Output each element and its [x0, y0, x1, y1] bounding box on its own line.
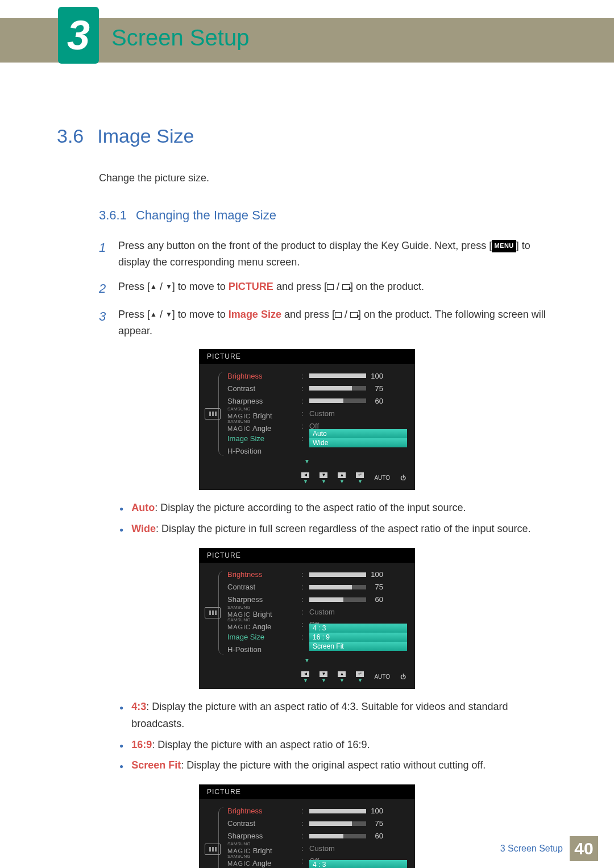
text: ] to move to: [172, 281, 229, 292]
text: ] on the product.: [350, 281, 424, 292]
sel-screenfit: Screen Fit: [309, 642, 407, 651]
chapter-title: Screen Setup: [111, 25, 249, 51]
osd-title: PICTURE: [199, 548, 415, 563]
brightness-value: 100: [366, 372, 383, 380]
bullet-key: Wide: [131, 523, 156, 534]
osd-category-icon: [205, 408, 221, 420]
sharpness-bar: [309, 398, 366, 403]
osd-image-size-selection: AutoWide: [309, 429, 407, 447]
osd-scroll-indicator: ▼: [199, 657, 415, 663]
osd-magic-bright-label: SAMSUNGMAGIC Bright: [227, 407, 301, 420]
steps-list: 1 Press any button on the front of the p…: [99, 238, 557, 339]
step-3: 3 Press [▲ / ▼] to move to Image Size an…: [99, 306, 557, 339]
section-intro: Change the picture size.: [99, 172, 557, 184]
bullet-key: 4:3: [131, 701, 146, 712]
up-triangle-icon: ▲: [150, 309, 157, 320]
target-bold: PICTURE: [229, 281, 273, 292]
sel-auto: Auto: [309, 429, 407, 438]
left-icon: ◄▼: [301, 471, 309, 484]
osd-contrast-label: Contrast: [227, 384, 301, 393]
bullet-text: : Display the picture according to the a…: [155, 502, 466, 513]
step-body: Press any button on the front of the pro…: [118, 238, 557, 271]
down-triangle-icon: ▼: [165, 281, 172, 292]
osd-brightness-label: Brightness: [227, 570, 301, 579]
osd-title: PICTURE: [199, 784, 415, 799]
brightness-value: 100: [366, 570, 383, 579]
text: and press [: [273, 281, 327, 292]
up-icon: ▲▼: [338, 471, 346, 484]
osd-category-icon: [205, 607, 221, 618]
bullet-screenfit: ●Screen Fit: Display the picture with th…: [119, 757, 557, 774]
bullet-text: : Display the picture with an aspect rat…: [152, 739, 370, 750]
osd-contrast-label: Contrast: [227, 583, 301, 591]
osd-hposition-label: H-Position: [227, 645, 301, 654]
sharpness-bar: [309, 597, 366, 602]
down-triangle-icon: ▼: [165, 309, 172, 320]
auto-button: AUTO: [374, 674, 390, 680]
magic-bright-value: Custom: [309, 608, 407, 616]
sel-169: 16 : 9: [309, 633, 407, 642]
sharpness-value: 60: [366, 397, 383, 405]
step-1: 1 Press any button on the front of the p…: [99, 238, 557, 271]
contrast-bar: [309, 821, 366, 826]
osd-sharpness-label: Sharpness: [227, 397, 301, 405]
text: Press any button on the front of the pro…: [118, 240, 492, 251]
enter-icon: [350, 312, 358, 318]
subsection-title: Changing the Image Size: [136, 208, 276, 223]
sharpness-value: 60: [366, 832, 383, 840]
brightness-bar: [309, 572, 366, 577]
sel-wide: Wide: [309, 438, 407, 447]
bullet-list-2: ●4:3: Display the picture with an aspect…: [119, 698, 557, 774]
page-footer: 3 Screen Setup 40: [500, 836, 598, 861]
auto-button: AUTO: [374, 475, 390, 481]
osd-image-size-label: Image Size: [227, 633, 301, 641]
sel-43: 4 : 3: [309, 860, 407, 868]
bullet-text: : Display the picture with the original …: [181, 759, 486, 771]
sel-43: 4 : 3: [309, 624, 407, 633]
osd-footer: ◄▼ ▼▼ ▲▼ ↵▼ AUTO ⏻: [199, 468, 415, 490]
power-icon: ⏻: [400, 475, 406, 481]
contrast-value: 75: [366, 384, 383, 393]
rect-icon: [327, 284, 334, 290]
footer-chapter: 3 Screen Setup: [500, 844, 563, 854]
sharpness-bar: [309, 834, 366, 838]
up-triangle-icon: ▲: [150, 281, 157, 292]
bullet-key: 16:9: [131, 739, 152, 750]
bullet-list-1: ●Auto: Display the picture according to …: [119, 499, 557, 537]
step-body: Press [▲ / ▼] to move to Image Size and …: [118, 306, 557, 339]
magic-bright-value: Custom: [309, 844, 407, 853]
bullet-key: Screen Fit: [131, 759, 181, 771]
osd-brightness-label: Brightness: [227, 807, 301, 815]
text: Press [: [118, 309, 150, 320]
content: 3.6 Image Size Change the picture size. …: [57, 108, 557, 868]
text: Press [: [118, 281, 150, 292]
bullet-text: : Display the picture in full screen reg…: [156, 523, 530, 534]
down-icon: ▼▼: [320, 670, 327, 683]
osd-screenshot-1: PICTURE Brightness:100 Contrast:75 Sharp…: [199, 349, 415, 490]
osd-category-icon: [205, 844, 221, 855]
step-number: 3: [99, 306, 109, 339]
enter-icon: ↵▼: [356, 471, 364, 484]
section-number: 3.6: [57, 125, 84, 147]
osd-footer: ◄▼ ▼▼ ▲▼ ↵▼ AUTO ⏻: [199, 667, 415, 689]
subsection-number: 3.6.1: [99, 208, 127, 223]
brightness-bar: [309, 809, 366, 813]
bullet-text: : Display the picture with an aspect rat…: [131, 701, 508, 730]
bullet-auto: ●Auto: Display the picture according to …: [119, 499, 557, 517]
left-icon: ◄▼: [301, 670, 309, 683]
osd-magic-angle-label: SAMSUNGMAGIC Angle: [227, 420, 301, 433]
section-title: Image Size: [97, 125, 194, 147]
step-number: 2: [99, 279, 109, 298]
osd-image-size-selection: 4 : 3WideScreen Fit: [309, 860, 407, 868]
up-icon: ▲▼: [338, 670, 346, 683]
osd-image-size-label: Image Size: [227, 434, 301, 443]
sharpness-value: 60: [366, 595, 383, 604]
brightness-value: 100: [366, 807, 383, 815]
osd-image-size-selection: 4 : 316 : 9Screen Fit: [309, 624, 407, 651]
footer-page-number: 40: [570, 836, 598, 861]
osd-magic-bright-label: SAMSUNGMAGIC Bright: [227, 605, 301, 618]
osd-magic-angle-label: SAMSUNGMAGIC Angle: [227, 854, 301, 867]
osd-magic-angle-label: SAMSUNGMAGIC Angle: [227, 618, 301, 631]
osd-brightness-label: Brightness: [227, 372, 301, 380]
contrast-value: 75: [366, 819, 383, 828]
